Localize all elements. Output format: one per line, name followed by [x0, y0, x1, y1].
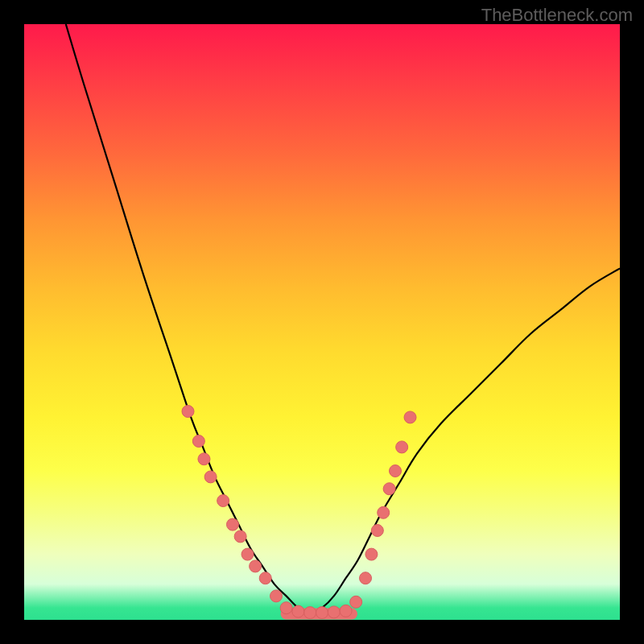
- data-marker: [198, 453, 210, 465]
- chart-container: TheBottleneck.com: [0, 0, 644, 644]
- data-marker: [328, 606, 340, 618]
- data-marker: [316, 607, 328, 619]
- data-marker: [383, 483, 395, 495]
- data-marker: [182, 406, 194, 418]
- data-marker: [217, 495, 229, 507]
- plot-area: [24, 24, 620, 620]
- data-marker: [280, 602, 292, 614]
- data-marker: [259, 572, 271, 584]
- bottleneck-curve-left: [66, 24, 310, 614]
- data-marker: [371, 525, 383, 537]
- data-marker: [340, 605, 352, 617]
- data-marker: [242, 548, 254, 560]
- data-marker: [227, 518, 239, 530]
- data-marker: [204, 471, 217, 483]
- data-marker: [360, 572, 372, 584]
- watermark-text: TheBottleneck.com: [481, 5, 633, 26]
- marker-group: [182, 406, 416, 619]
- bottleneck-curve-right: [310, 268, 620, 613]
- data-marker: [250, 560, 262, 572]
- data-marker: [378, 506, 390, 518]
- data-marker: [292, 605, 304, 617]
- curve-group: [66, 24, 620, 614]
- curve-svg: [24, 24, 620, 620]
- data-marker: [192, 436, 204, 448]
- data-marker: [270, 590, 283, 602]
- data-marker: [396, 441, 408, 453]
- data-marker: [365, 548, 378, 560]
- data-marker: [390, 465, 402, 477]
- data-marker: [350, 596, 362, 608]
- data-marker: [304, 607, 316, 619]
- data-marker: [404, 411, 416, 423]
- data-marker: [234, 530, 246, 543]
